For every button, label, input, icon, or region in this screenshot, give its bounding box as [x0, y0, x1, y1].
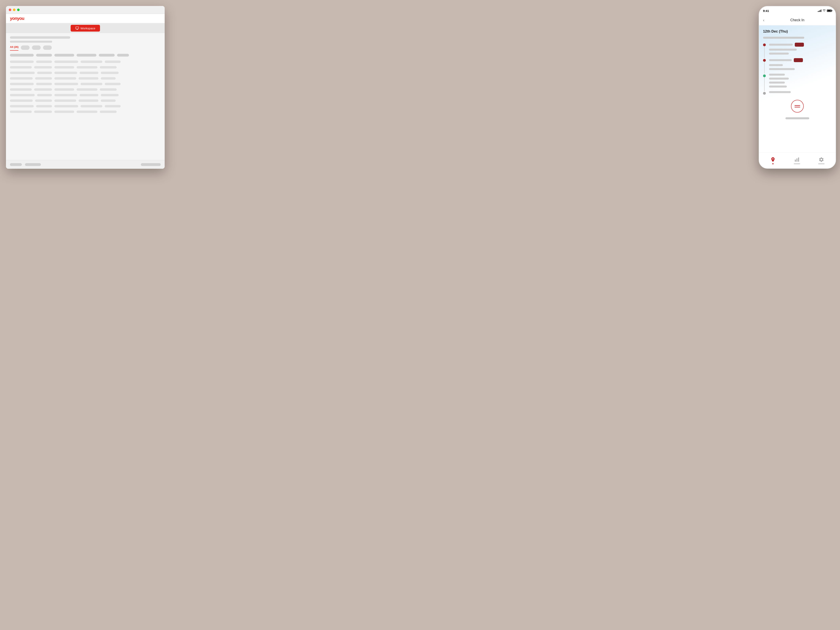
- th-6: [117, 54, 129, 57]
- minimize-button[interactable]: [13, 8, 16, 11]
- table-row[interactable]: [10, 99, 161, 103]
- close-button[interactable]: [9, 8, 11, 11]
- th-2: [36, 54, 52, 57]
- filter-tag-4[interactable]: [43, 46, 52, 50]
- filter-all[interactable]: All (26): [10, 46, 19, 50]
- window-titlebar: [6, 6, 165, 14]
- workspace-button[interactable]: Workspace: [71, 25, 100, 32]
- footer-pill-2: [25, 163, 41, 166]
- window-body: yonyou Workspace All (26): [6, 14, 165, 169]
- table-row[interactable]: [10, 82, 161, 86]
- workspace-bar: Workspace: [6, 23, 165, 33]
- filter-tag-2[interactable]: [21, 46, 30, 50]
- app-header: yonyou: [6, 14, 165, 23]
- table-header: [10, 52, 161, 58]
- filter-tag-3[interactable]: [32, 46, 41, 50]
- table-row[interactable]: [10, 76, 161, 81]
- table-row[interactable]: [10, 71, 161, 75]
- maximize-button[interactable]: [17, 8, 20, 11]
- content-area: All (26): [6, 33, 165, 160]
- footer-bar: [6, 160, 165, 169]
- th-3: [54, 54, 74, 57]
- table-row[interactable]: [10, 104, 161, 108]
- th-4: [77, 54, 96, 57]
- placeholder-bar-2: [10, 41, 52, 43]
- placeholder-bar-1: [10, 36, 70, 39]
- table-row[interactable]: [10, 87, 161, 92]
- footer-pill-3: [141, 163, 161, 166]
- filter-row: All (26): [10, 46, 161, 50]
- table-row[interactable]: [10, 60, 161, 64]
- table-row[interactable]: [10, 110, 161, 114]
- monitor-icon: [76, 26, 79, 30]
- table-row[interactable]: [10, 93, 161, 97]
- table-row[interactable]: [10, 65, 161, 69]
- footer-pill-1: [10, 163, 22, 166]
- desktop-window: yonyou Workspace All (26): [6, 6, 165, 169]
- th-1: [10, 54, 34, 57]
- th-5: [99, 54, 115, 57]
- workspace-label: Workspace: [81, 27, 95, 30]
- table-rows: [10, 60, 161, 114]
- app-logo: yonyou: [10, 16, 24, 21]
